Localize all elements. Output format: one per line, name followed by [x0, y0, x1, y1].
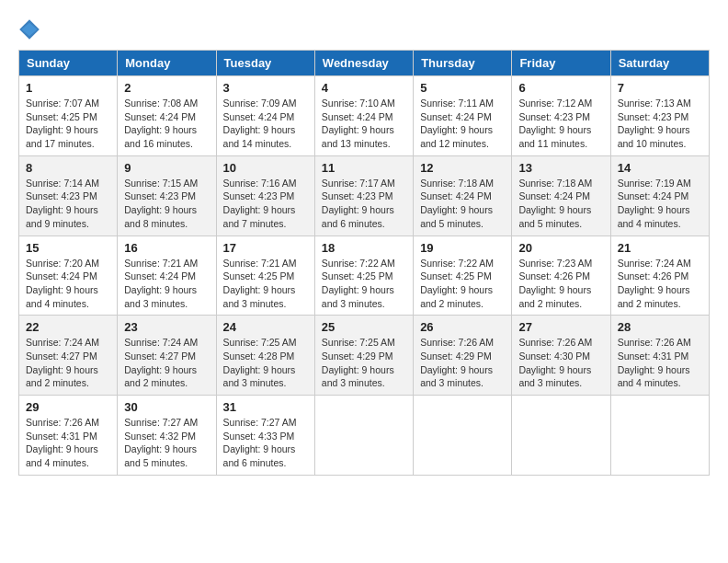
week-row-5: 29Sunrise: 7:26 AMSunset: 4:31 PMDayligh… — [19, 396, 710, 476]
week-row-4: 22Sunrise: 7:24 AMSunset: 4:27 PMDayligh… — [19, 316, 710, 396]
day-info: Sunrise: 7:09 AMSunset: 4:24 PMDaylight:… — [223, 97, 308, 151]
day-info: Sunrise: 7:13 AMSunset: 4:23 PMDaylight:… — [618, 97, 702, 151]
calendar-header-row: SundayMondayTuesdayWednesdayThursdayFrid… — [19, 51, 710, 76]
header-thursday: Thursday — [414, 51, 512, 76]
day-cell-25: 25Sunrise: 7:25 AMSunset: 4:29 PMDayligh… — [314, 316, 413, 396]
day-cell-3: 3Sunrise: 7:09 AMSunset: 4:24 PMDaylight… — [216, 76, 314, 156]
day-info: Sunrise: 7:08 AMSunset: 4:24 PMDaylight:… — [124, 97, 209, 151]
day-number: 26 — [420, 320, 505, 334]
day-number: 29 — [26, 400, 110, 414]
day-cell-19: 19Sunrise: 7:22 AMSunset: 4:25 PMDayligh… — [414, 236, 512, 316]
day-number: 28 — [618, 320, 702, 334]
day-number: 25 — [322, 320, 406, 334]
week-row-3: 15Sunrise: 7:20 AMSunset: 4:24 PMDayligh… — [19, 236, 710, 316]
day-number: 19 — [420, 241, 505, 255]
day-number: 31 — [223, 400, 308, 414]
day-info: Sunrise: 7:17 AMSunset: 4:23 PMDaylight:… — [322, 177, 406, 231]
empty-cell — [414, 396, 512, 476]
day-info: Sunrise: 7:21 AMSunset: 4:25 PMDaylight:… — [223, 257, 308, 311]
day-number: 6 — [518, 81, 603, 95]
day-number: 7 — [618, 81, 702, 95]
day-number: 1 — [26, 81, 110, 95]
day-number: 27 — [518, 320, 603, 334]
day-info: Sunrise: 7:22 AMSunset: 4:25 PMDaylight:… — [322, 257, 406, 311]
day-number: 16 — [124, 241, 209, 255]
day-info: Sunrise: 7:15 AMSunset: 4:23 PMDaylight:… — [124, 177, 209, 231]
day-info: Sunrise: 7:12 AMSunset: 4:23 PMDaylight:… — [518, 97, 603, 151]
day-cell-27: 27Sunrise: 7:26 AMSunset: 4:30 PMDayligh… — [512, 316, 610, 396]
day-number: 30 — [124, 400, 209, 414]
logo-icon — [18, 18, 40, 40]
day-number: 11 — [322, 161, 406, 175]
calendar: SundayMondayTuesdayWednesdayThursdayFrid… — [18, 50, 710, 476]
header-wednesday: Wednesday — [314, 51, 413, 76]
day-cell-31: 31Sunrise: 7:27 AMSunset: 4:33 PMDayligh… — [216, 396, 314, 476]
day-cell-2: 2Sunrise: 7:08 AMSunset: 4:24 PMDaylight… — [118, 76, 216, 156]
day-number: 5 — [420, 81, 505, 95]
day-info: Sunrise: 7:23 AMSunset: 4:26 PMDaylight:… — [518, 257, 603, 311]
day-number: 8 — [26, 161, 110, 175]
day-cell-13: 13Sunrise: 7:18 AMSunset: 4:24 PMDayligh… — [512, 155, 610, 236]
week-row-1: 1Sunrise: 7:07 AMSunset: 4:25 PMDaylight… — [19, 76, 710, 156]
day-number: 2 — [124, 81, 209, 95]
day-cell-11: 11Sunrise: 7:17 AMSunset: 4:23 PMDayligh… — [314, 155, 413, 236]
day-info: Sunrise: 7:14 AMSunset: 4:23 PMDaylight:… — [26, 177, 110, 231]
day-cell-24: 24Sunrise: 7:25 AMSunset: 4:28 PMDayligh… — [216, 316, 314, 396]
day-info: Sunrise: 7:10 AMSunset: 4:24 PMDaylight:… — [322, 97, 406, 151]
day-cell-14: 14Sunrise: 7:19 AMSunset: 4:24 PMDayligh… — [610, 155, 709, 236]
week-row-2: 8Sunrise: 7:14 AMSunset: 4:23 PMDaylight… — [19, 155, 710, 236]
day-info: Sunrise: 7:26 AMSunset: 4:31 PMDaylight:… — [26, 416, 110, 470]
day-cell-28: 28Sunrise: 7:26 AMSunset: 4:31 PMDayligh… — [610, 316, 709, 396]
day-info: Sunrise: 7:24 AMSunset: 4:26 PMDaylight:… — [618, 257, 702, 311]
day-cell-22: 22Sunrise: 7:24 AMSunset: 4:27 PMDayligh… — [19, 316, 118, 396]
day-info: Sunrise: 7:07 AMSunset: 4:25 PMDaylight:… — [26, 97, 110, 151]
day-number: 18 — [322, 241, 406, 255]
day-info: Sunrise: 7:27 AMSunset: 4:33 PMDaylight:… — [223, 416, 308, 470]
day-info: Sunrise: 7:19 AMSunset: 4:24 PMDaylight:… — [618, 177, 702, 231]
empty-cell — [610, 396, 709, 476]
day-number: 17 — [223, 241, 308, 255]
day-number: 14 — [618, 161, 702, 175]
day-cell-17: 17Sunrise: 7:21 AMSunset: 4:25 PMDayligh… — [216, 236, 314, 316]
day-cell-16: 16Sunrise: 7:21 AMSunset: 4:24 PMDayligh… — [118, 236, 216, 316]
empty-cell — [512, 396, 610, 476]
day-info: Sunrise: 7:11 AMSunset: 4:24 PMDaylight:… — [420, 97, 505, 151]
day-info: Sunrise: 7:22 AMSunset: 4:25 PMDaylight:… — [420, 257, 505, 311]
day-info: Sunrise: 7:26 AMSunset: 4:29 PMDaylight:… — [420, 336, 505, 390]
day-cell-20: 20Sunrise: 7:23 AMSunset: 4:26 PMDayligh… — [512, 236, 610, 316]
day-info: Sunrise: 7:27 AMSunset: 4:32 PMDaylight:… — [124, 416, 209, 470]
day-info: Sunrise: 7:24 AMSunset: 4:27 PMDaylight:… — [124, 336, 209, 390]
day-cell-4: 4Sunrise: 7:10 AMSunset: 4:24 PMDaylight… — [314, 76, 413, 156]
day-cell-8: 8Sunrise: 7:14 AMSunset: 4:23 PMDaylight… — [19, 155, 118, 236]
day-number: 10 — [223, 161, 308, 175]
day-info: Sunrise: 7:16 AMSunset: 4:23 PMDaylight:… — [223, 177, 308, 231]
logo — [18, 18, 44, 40]
header-tuesday: Tuesday — [216, 51, 314, 76]
day-info: Sunrise: 7:26 AMSunset: 4:31 PMDaylight:… — [618, 336, 702, 390]
day-number: 22 — [26, 320, 110, 334]
day-cell-1: 1Sunrise: 7:07 AMSunset: 4:25 PMDaylight… — [19, 76, 118, 156]
day-cell-10: 10Sunrise: 7:16 AMSunset: 4:23 PMDayligh… — [216, 155, 314, 236]
header — [18, 18, 710, 40]
day-info: Sunrise: 7:24 AMSunset: 4:27 PMDaylight:… — [26, 336, 110, 390]
day-number: 9 — [124, 161, 209, 175]
day-cell-12: 12Sunrise: 7:18 AMSunset: 4:24 PMDayligh… — [414, 155, 512, 236]
day-info: Sunrise: 7:18 AMSunset: 4:24 PMDaylight:… — [518, 177, 603, 231]
day-number: 24 — [223, 320, 308, 334]
empty-cell — [314, 396, 413, 476]
day-cell-7: 7Sunrise: 7:13 AMSunset: 4:23 PMDaylight… — [610, 76, 709, 156]
svg-marker-1 — [22, 23, 38, 36]
day-number: 12 — [420, 161, 505, 175]
day-info: Sunrise: 7:20 AMSunset: 4:24 PMDaylight:… — [26, 257, 110, 311]
day-number: 4 — [322, 81, 406, 95]
day-info: Sunrise: 7:18 AMSunset: 4:24 PMDaylight:… — [420, 177, 505, 231]
header-saturday: Saturday — [610, 51, 709, 76]
header-friday: Friday — [512, 51, 610, 76]
day-info: Sunrise: 7:21 AMSunset: 4:24 PMDaylight:… — [124, 257, 209, 311]
header-monday: Monday — [118, 51, 216, 76]
day-cell-5: 5Sunrise: 7:11 AMSunset: 4:24 PMDaylight… — [414, 76, 512, 156]
day-cell-21: 21Sunrise: 7:24 AMSunset: 4:26 PMDayligh… — [610, 236, 709, 316]
day-cell-26: 26Sunrise: 7:26 AMSunset: 4:29 PMDayligh… — [414, 316, 512, 396]
header-sunday: Sunday — [19, 51, 118, 76]
day-cell-18: 18Sunrise: 7:22 AMSunset: 4:25 PMDayligh… — [314, 236, 413, 316]
